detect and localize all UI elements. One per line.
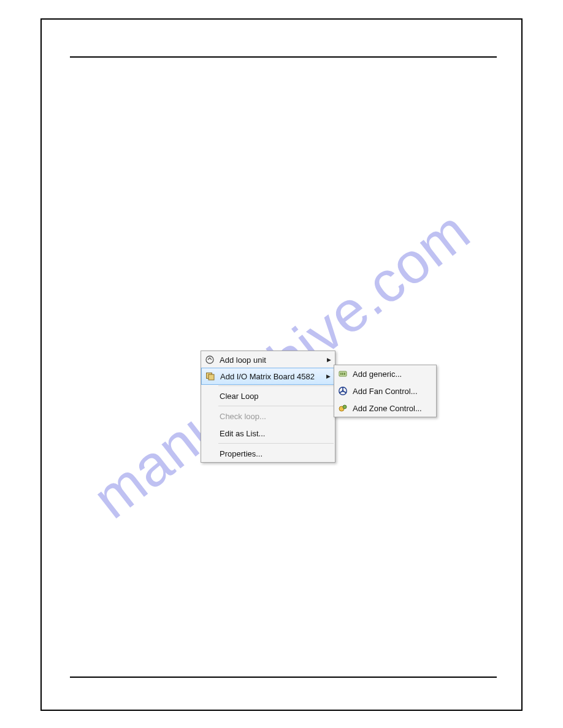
menu-item-label: Properties... [216,449,331,458]
generic-icon [337,368,349,380]
menu-item-label: Check loop... [216,412,331,421]
page-frame: manualshive.com Add loop unit ▶ Add I/O … [40,18,523,711]
submenu-item-label: Add generic... [349,370,432,379]
context-submenu: Add generic... Add Fan Control... Add Zo… [334,365,437,417]
footer-rule [70,677,497,678]
fan-icon [337,385,349,397]
menu-item-label: Edit as List... [216,429,331,438]
submenu-item-add-generic[interactable]: Add generic... [334,365,436,382]
menu-separator [218,406,334,406]
menu-separator [218,385,334,386]
menu-item-properties[interactable]: Properties... [201,445,335,462]
menu-item-edit-as-list[interactable]: Edit as List... [201,425,335,442]
blank-icon [204,447,216,460]
submenu-arrow-icon: ▶ [325,357,331,363]
menu-item-label: Clear Loop [216,392,331,401]
svg-point-8 [342,390,344,392]
svg-rect-5 [342,373,343,375]
page: manualshive.com Add loop unit ▶ Add I/O … [0,0,563,728]
context-menu-group: Add loop unit ▶ Add I/O Matrix Board 458… [201,351,335,463]
menu-item-add-loop-unit[interactable]: Add loop unit ▶ [201,351,335,368]
svg-rect-6 [344,373,345,375]
svg-point-10 [343,405,347,409]
menu-item-check-loop: Check loop... [201,408,335,425]
submenu-item-add-fan-control[interactable]: Add Fan Control... [334,382,436,400]
submenu-item-label: Add Fan Control... [349,387,432,396]
blank-icon [204,410,216,422]
zone-icon [337,402,349,414]
svg-point-0 [206,356,213,363]
submenu-arrow-icon: ▶ [324,373,331,379]
loop-icon [204,354,216,366]
svg-rect-2 [209,374,214,380]
blank-icon [204,390,216,402]
submenu-item-label: Add Zone Control... [349,404,432,413]
context-menu: Add loop unit ▶ Add I/O Matrix Board 458… [201,351,335,463]
menu-item-label: Add loop unit [216,355,325,365]
menu-item-clear-loop[interactable]: Clear Loop [201,387,335,404]
svg-rect-4 [340,373,342,375]
header-rule [70,56,497,58]
submenu-item-add-zone-control[interactable]: Add Zone Control... [334,400,436,417]
menu-item-label: Add I/O Matrix Board 4582 [216,372,324,381]
menu-separator [218,443,334,444]
matrix-icon [204,370,216,382]
menu-item-add-io-matrix[interactable]: Add I/O Matrix Board 4582 ▶ [201,368,335,385]
blank-icon [204,427,216,439]
